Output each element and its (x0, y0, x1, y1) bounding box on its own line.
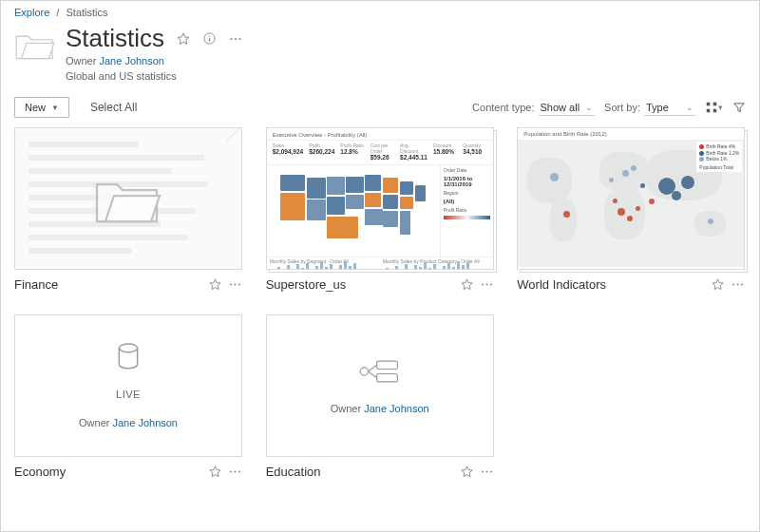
card-finance: Finance (14, 127, 242, 292)
page-header: Statistics Owner Jane Johnson Global and… (1, 18, 759, 89)
svg-rect-7 (713, 103, 717, 106)
card-thumbnail[interactable]: Population and Birth Rate (2012) (517, 127, 745, 270)
spark-label: Monthly Sales by Segment · Order All (270, 258, 349, 264)
kpi-value: $59.26 (370, 154, 394, 161)
star-icon[interactable] (176, 31, 191, 47)
new-button-label: New (25, 102, 46, 113)
more-icon[interactable] (228, 31, 243, 47)
kpi-row: Sales$2,094,924 Profit$260,224 Profit Ra… (267, 141, 493, 165)
legend-item: Birth Rate 1.2% (706, 150, 739, 156)
more-icon[interactable] (480, 465, 494, 479)
star-icon[interactable] (208, 465, 222, 479)
owner-label: Owner (79, 417, 109, 428)
breadcrumb-root-link[interactable]: Explore (14, 7, 49, 18)
chevron-down-icon: ▾ (718, 103, 723, 112)
svg-point-19 (119, 344, 137, 352)
side-label: Region (444, 190, 490, 196)
star-icon[interactable] (460, 277, 474, 292)
svg-point-10 (230, 284, 232, 286)
viz-title: Population and Birth Rate (2012) (518, 128, 744, 140)
svg-point-30 (490, 471, 492, 473)
card-thumbnail[interactable]: LIVE Owner Jane Johnson (14, 314, 242, 457)
content-type-label: Content type: (472, 102, 534, 113)
flow-icon (356, 357, 404, 386)
svg-point-22 (238, 471, 240, 473)
owner-label: Owner (66, 55, 96, 66)
more-icon[interactable] (480, 277, 494, 292)
datasource-icon (116, 343, 141, 371)
svg-point-3 (230, 37, 232, 39)
more-icon[interactable] (228, 277, 242, 292)
info-icon[interactable] (202, 31, 217, 46)
svg-line-24 (368, 365, 376, 371)
side-value: (All) (444, 199, 490, 204)
chevron-down-icon: ⌄ (585, 103, 593, 112)
owner-link[interactable]: Jane Johnson (112, 417, 178, 428)
kpi-value: 15.80% (433, 148, 457, 155)
content-type-select[interactable]: Show all ⌄ (539, 100, 596, 116)
svg-line-25 (368, 371, 376, 378)
kpi-value: $2,094,924 (273, 148, 304, 155)
live-badge: LIVE (116, 389, 141, 400)
card-title[interactable]: Economy (14, 465, 202, 479)
card-title[interactable]: Education (266, 465, 454, 479)
star-icon[interactable] (460, 465, 474, 479)
star-icon[interactable] (208, 277, 222, 292)
select-all-button[interactable]: Select All (90, 101, 137, 114)
side-value: 1/1/2016 to 12/31/2019 (444, 176, 490, 187)
owner-line: Owner Jane Johnson (66, 55, 746, 66)
card-thumbnail[interactable]: Owner Jane Johnson (266, 314, 494, 457)
star-icon[interactable] (711, 277, 725, 292)
card-superstore: Executive Overview - Profitability (All)… (266, 127, 494, 292)
kpi-value: $260,224 (309, 148, 334, 155)
legend-item: Birth Rate 4% (706, 143, 735, 149)
owner-line: Owner Jane Johnson (79, 417, 178, 428)
sort-label: Sort by: (604, 102, 640, 113)
kpi-label: Avg. Discount (400, 142, 428, 154)
gradient-legend (444, 216, 490, 219)
filter-icon[interactable] (732, 101, 746, 114)
sort-value: Type (646, 102, 669, 113)
card-title[interactable]: Superstore_us (266, 277, 454, 292)
svg-rect-6 (707, 103, 711, 106)
view-mode-toggle[interactable]: ▾ (705, 101, 723, 114)
sort-select[interactable]: Type ⌄ (644, 100, 695, 116)
breadcrumb-separator: / (56, 7, 59, 18)
svg-point-23 (360, 368, 368, 375)
map-legend: Birth Rate 4% Birth Rate 1.2% Below 1% P… (696, 142, 742, 172)
svg-point-14 (485, 284, 487, 286)
svg-point-28 (482, 471, 484, 473)
owner-label: Owner (331, 403, 361, 414)
svg-rect-9 (713, 109, 717, 113)
more-icon[interactable] (731, 277, 745, 292)
us-map-viz (267, 165, 440, 256)
world-map-viz: Birth Rate 4% Birth Rate 1.2% Below 1% P… (518, 140, 744, 267)
viz-title: Executive Overview - Profitability (All) (267, 128, 493, 141)
spark-label: Monthly Sales by Product Category · Orde… (383, 258, 480, 264)
svg-rect-8 (707, 109, 711, 113)
card-thumbnail[interactable]: Executive Overview - Profitability (All)… (266, 127, 494, 270)
legend-item: Population Total (699, 164, 733, 170)
more-icon[interactable] (228, 465, 242, 479)
svg-point-13 (482, 284, 484, 286)
side-label: Order Date (444, 167, 490, 173)
svg-point-11 (235, 284, 237, 286)
card-thumbnail[interactable] (14, 127, 242, 270)
owner-link[interactable]: Jane Johnson (99, 55, 164, 66)
svg-point-12 (238, 284, 240, 286)
sparkline-row: Monthly Sales by Segment · Order All Mon… (267, 256, 493, 270)
kpi-value: 34,510 (463, 148, 486, 155)
svg-point-29 (485, 471, 487, 473)
page-description: Global and US statistics (66, 70, 746, 82)
owner-link[interactable]: Jane Johnson (364, 403, 429, 414)
card-title[interactable]: Finance (14, 277, 202, 292)
new-button[interactable]: New ▼ (14, 97, 69, 118)
svg-point-20 (230, 471, 232, 473)
svg-point-4 (235, 37, 237, 39)
svg-point-17 (737, 284, 739, 286)
card-title[interactable]: World Indicators (517, 277, 705, 292)
page-title: Statistics (66, 24, 164, 53)
chevron-down-icon: ▼ (51, 104, 59, 112)
breadcrumb: Explore / Statistics (1, 1, 759, 18)
svg-rect-2 (209, 38, 210, 42)
